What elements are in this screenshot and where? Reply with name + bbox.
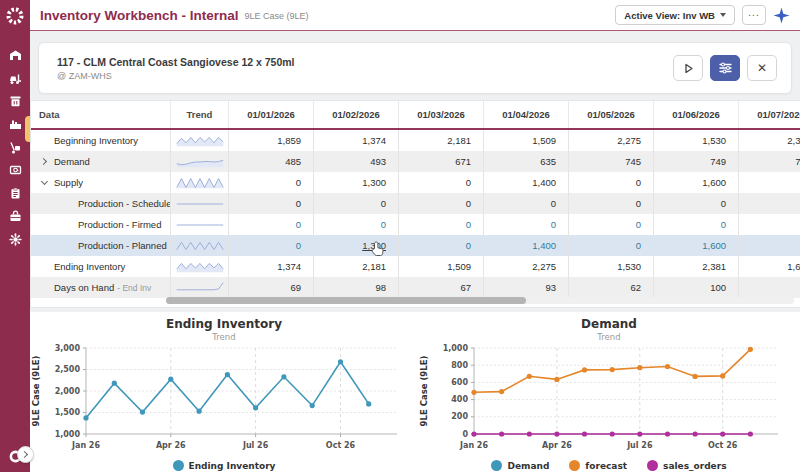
- svg-text:Jan 26: Jan 26: [459, 441, 488, 450]
- column-header-data[interactable]: Data: [31, 101, 171, 128]
- cell-production_firmed-01/01/2026[interactable]: 0: [229, 214, 314, 235]
- filters-button[interactable]: [710, 55, 740, 81]
- cell-production_planned-01/05/2026[interactable]: 0: [569, 235, 654, 256]
- forklift-icon[interactable]: [6, 71, 24, 85]
- cell-days_on_hand-01/02/2026: 98: [314, 277, 399, 298]
- cell-production_firmed-01/06/2026[interactable]: 0: [654, 214, 739, 235]
- cell-production_firmed-01/05/2026[interactable]: 0: [569, 214, 654, 235]
- expand-chevron-down-icon[interactable]: [39, 181, 49, 184]
- table-header-row: DataTrend01/01/202601/02/202601/03/20260…: [31, 101, 800, 130]
- cell-days_on_hand-01/05/2026: 62: [569, 277, 654, 298]
- horizontal-scrollbar-track[interactable]: [166, 297, 794, 304]
- svg-text:Oct 26: Oct 26: [708, 441, 738, 450]
- column-header-01-01-2026[interactable]: 01/01/2026: [229, 101, 314, 128]
- cell-production_firmed-01/07/2026[interactable]: 0: [739, 214, 800, 235]
- page-subtitle: 9LE Case (9LE): [245, 11, 309, 21]
- svg-text:9LE Case (9LE): 9LE Case (9LE): [419, 356, 429, 427]
- expand-chevron-right-icon[interactable]: [39, 159, 49, 164]
- column-header-01-06-2026[interactable]: 01/06/2026: [654, 101, 739, 128]
- cell-production_planned-01/04/2026[interactable]: 1,400: [484, 235, 569, 256]
- cell-ending_inventory-01/02/2026: 2,181: [314, 256, 399, 277]
- table-row-supply: Supply01,30001,40001,6000: [31, 172, 800, 193]
- svg-text:2,000: 2,000: [55, 387, 81, 396]
- cell-production_firmed-01/03/2026[interactable]: 0: [399, 214, 484, 235]
- cell-supply-01/01/2026: 0: [229, 172, 314, 193]
- svg-text:Apr 26: Apr 26: [156, 441, 186, 450]
- sidebar: [0, 0, 30, 472]
- legend-item-forecast[interactable]: forecast: [569, 460, 627, 471]
- hand-truck-icon[interactable]: [6, 140, 24, 154]
- cell-demand-01/07/2026: 771: [739, 151, 800, 172]
- page-title: Inventory Workbench - Internal: [40, 8, 239, 23]
- run-button[interactable]: [673, 55, 703, 81]
- svg-text:Jul 26: Jul 26: [242, 441, 269, 450]
- cell-production_scheduled-01/03/2026: 0: [399, 193, 484, 214]
- column-header-01-05-2026[interactable]: 01/05/2026: [569, 101, 654, 128]
- active-view-label: Active View: Inv WB: [624, 10, 715, 21]
- close-button[interactable]: ✕: [747, 55, 777, 81]
- cell-supply-01/07/2026: 0: [739, 172, 800, 193]
- column-header-01-03-2026[interactable]: 01/03/2026: [399, 101, 484, 128]
- inventory-workbench-app: Inventory Workbench - Internal 9LE Case …: [0, 0, 800, 472]
- warehouse-icon[interactable]: [6, 48, 24, 62]
- topbar: Inventory Workbench - Internal 9LE Case …: [30, 0, 800, 31]
- cell-beginning_inventory-01/04/2026: 1,509: [484, 130, 569, 151]
- factory-icon[interactable]: [6, 117, 24, 131]
- inventory-table: DataTrend01/01/202601/02/202601/03/20260…: [30, 100, 800, 308]
- chart-subtitle: Trend: [30, 332, 418, 342]
- product-name: 117 - CLM Central Coast Sangiovese 12 x …: [57, 56, 295, 68]
- legend-item-ending-inventory[interactable]: Ending Inventory: [173, 460, 276, 471]
- cell-production_planned-01/02/2026[interactable]: 1,300: [314, 235, 399, 256]
- trend-sparkline-production_scheduled: [171, 193, 229, 214]
- cell-production_planned-01/01/2026[interactable]: 0: [229, 235, 314, 256]
- app-logo-icon[interactable]: [5, 6, 25, 26]
- table-row-demand: Demand485493671635745749771: [31, 151, 800, 172]
- column-header-01-02-2026[interactable]: 01/02/2026: [314, 101, 399, 128]
- column-header-01-07-2026[interactable]: 01/07/2026: [739, 101, 800, 128]
- cell-days_on_hand-01/04/2026: 93: [484, 277, 569, 298]
- clipboard-icon[interactable]: [6, 186, 24, 200]
- play-icon: [683, 63, 694, 74]
- cell-ending_inventory-01/07/2026: 1,610: [739, 256, 800, 277]
- more-options-button[interactable]: ...: [742, 5, 766, 25]
- cell-production_firmed-01/02/2026[interactable]: 0: [314, 214, 399, 235]
- cell-production_planned-01/06/2026[interactable]: 1,600: [654, 235, 739, 256]
- svg-text:1,500: 1,500: [55, 408, 81, 417]
- cell-demand-01/06/2026: 749: [654, 151, 739, 172]
- svg-text:3,000: 3,000: [55, 344, 81, 353]
- row-label: Days on Hand- End Inv: [54, 282, 151, 293]
- toolbox-icon[interactable]: [6, 209, 24, 223]
- svg-text:Oct 26: Oct 26: [326, 441, 356, 450]
- svg-text:400: 400: [451, 395, 468, 404]
- cell-days_on_hand-01/06/2026: 100: [654, 277, 739, 298]
- column-header-01-04-2026[interactable]: 01/04/2026: [484, 101, 569, 128]
- cell-ending_inventory-01/01/2026: 1,374: [229, 256, 314, 277]
- row-label: Ending Inventory: [54, 261, 125, 272]
- svg-text:Apr 26: Apr 26: [542, 441, 572, 450]
- cell-production_planned-01/07/2026[interactable]: 0: [739, 235, 800, 256]
- column-header-trend[interactable]: Trend: [171, 101, 229, 128]
- legend-item-sales-orders[interactable]: sales_orders: [647, 460, 726, 471]
- active-view-dropdown[interactable]: Active View: Inv WB: [615, 5, 735, 25]
- legend-dot: [569, 460, 580, 471]
- cell-production_firmed-01/04/2026[interactable]: 0: [484, 214, 569, 235]
- sparkle-icon[interactable]: [773, 7, 790, 24]
- legend-dot: [647, 460, 658, 471]
- inventory-box-icon[interactable]: [6, 94, 24, 108]
- legend-dot: [173, 460, 184, 471]
- svg-text:200: 200: [451, 412, 468, 421]
- sidebar-expand-button[interactable]: [17, 446, 34, 463]
- cell-beginning_inventory-01/06/2026: 1,530: [654, 130, 739, 151]
- svg-text:800: 800: [451, 361, 468, 370]
- row-label: Beginning Inventory: [54, 135, 138, 146]
- legend-item-demand[interactable]: Demand: [491, 460, 549, 471]
- chart-legend: Ending Inventory: [30, 460, 418, 471]
- horizontal-scrollbar-thumb[interactable]: [166, 297, 526, 304]
- cell-production_scheduled-01/01/2026: 0: [229, 193, 314, 214]
- chart-plot: 02004006008001,000Jan 26Apr 26Jul 26Oct …: [418, 342, 796, 455]
- settings-gear-icon[interactable]: [6, 232, 24, 246]
- cell-production_planned-01/03/2026[interactable]: 0: [399, 235, 484, 256]
- cell-production_scheduled-01/07/2026: 0: [739, 193, 800, 214]
- orders-monitor-icon[interactable]: [6, 163, 24, 177]
- cell-demand-01/02/2026: 493: [314, 151, 399, 172]
